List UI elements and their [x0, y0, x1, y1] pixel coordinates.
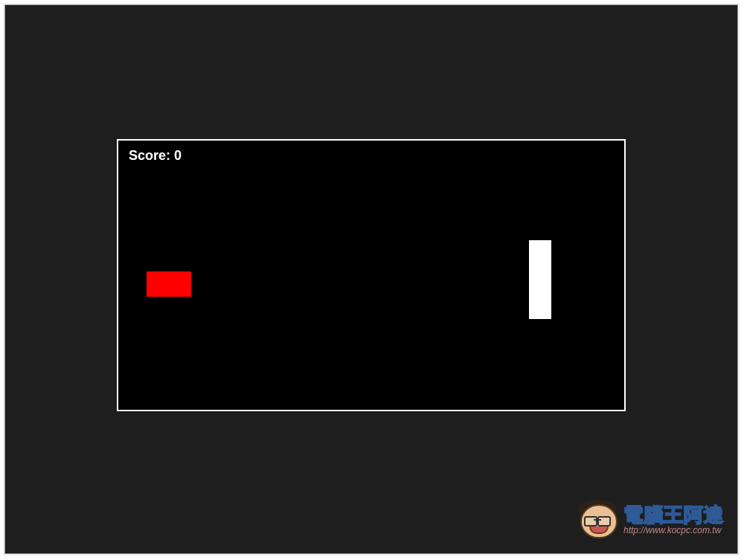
watermark-url: http://www.kocpc.com.tw: [623, 526, 724, 535]
game-canvas-frame: Score: 0: [117, 139, 626, 411]
score-label: Score:: [129, 148, 170, 163]
player-block[interactable]: [147, 271, 191, 297]
watermark-avatar-icon: [577, 500, 618, 540]
watermark-text: 電腦王阿達 http://www.kocpc.com.tw: [623, 505, 724, 535]
watermark: 電腦王阿達 http://www.kocpc.com.tw: [577, 500, 724, 540]
score-value: 0: [174, 148, 182, 163]
paddle[interactable]: [529, 240, 551, 319]
game-canvas[interactable]: Score: 0: [118, 141, 624, 410]
score-display: Score: 0: [129, 148, 182, 164]
app-window: Score: 0 電腦王阿達 http://www.kocpc.com.tw: [4, 4, 738, 554]
watermark-title: 電腦王阿達: [623, 505, 724, 524]
